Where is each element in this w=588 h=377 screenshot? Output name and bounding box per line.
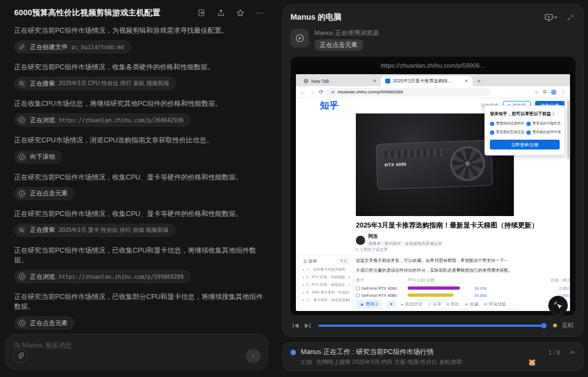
tool-call-pill[interactable]: 正在创建文件pc_build/todo.md <box>14 40 131 53</box>
feed-status-text: 正在研究当前PC组件市场情况，收集CPU、显卡等硬件的价格和性能数据。 <box>14 172 268 182</box>
message-composer[interactable]: 向 Manus 发送消息 ↑ <box>5 334 268 370</box>
feed-status-text: 正在收集CPU市场信息，将继续研究其他PC组件的价格和性能数据。 <box>14 99 268 109</box>
action-heart[interactable]: ♥喜欢 <box>447 301 459 307</box>
attach-button[interactable] <box>13 349 28 363</box>
action-comment[interactable]: ●添加评论 <box>401 301 422 307</box>
search-icon <box>17 226 26 235</box>
toc-item[interactable]: 一、各档显卡性能天梯图 <box>302 267 350 272</box>
toc-collapse-button[interactable]: 收起 <box>337 258 350 264</box>
tool-label: 正在浏览 <box>30 116 55 124</box>
display-selector[interactable] <box>544 13 558 22</box>
tool-call-pill[interactable]: 正在浏览https://zhuanlan.zhihu.com/p/2686429… <box>14 113 191 127</box>
tool-call-pill[interactable]: 正在搜索2025年3月 CPU 性价比 排行 装机 视频剪辑 <box>14 77 176 90</box>
checkbox-icon[interactable] <box>356 294 360 297</box>
tool-label: 正在搜索 <box>30 226 55 234</box>
action-star[interactable]: ★收藏 <box>465 301 478 307</box>
computer-status-line: Manus 正在使用浏览器 <box>314 29 379 37</box>
feed-status-text: 正在研究当前PC组件市场情况，已收集CPU和显卡信息，将继续收集其他组件数据。 <box>14 246 268 265</box>
bookmark-star-icon[interactable]: ☆ <box>534 89 538 95</box>
toc-item[interactable]: 3、AMD 显卡系列：中端长青… <box>302 290 350 295</box>
star-icon[interactable] <box>235 8 245 18</box>
paperclip-icon <box>17 352 24 360</box>
upvote-button[interactable]: ▲ 赞同 2 <box>356 300 382 309</box>
gpu-score[interactable]: 34,888 <box>474 293 505 298</box>
browser-menu-icon[interactable]: ⋮ <box>561 89 566 95</box>
tab-new-tab[interactable]: New Tab ✕ <box>299 76 381 86</box>
gpu-fan <box>450 146 486 182</box>
timeline-slider[interactable] <box>318 325 546 327</box>
close-tab-icon[interactable]: ✕ <box>373 79 377 83</box>
browser-icon <box>17 319 26 327</box>
upvotes-note: 2 人赞同了该文章 <box>356 247 388 253</box>
chevron-up-icon[interactable] <box>569 350 575 355</box>
benefit-icon <box>526 122 531 126</box>
page-favicon <box>385 79 390 83</box>
more-icon[interactable]: ⋯ <box>255 8 265 18</box>
article-title: 2025年3月显卡推荐选购指南！最新显卡天梯图（持续更新） <box>356 221 561 230</box>
forward-icon[interactable]: → <box>310 89 315 95</box>
star-icon: ★ <box>465 302 468 307</box>
task-status-card[interactable]: Manus 正在工作 : 研究当前PC组件市场行情 1 / 8 3:30 在网络… <box>282 342 584 371</box>
toc-title: 目录 <box>308 258 317 264</box>
manus-app: 6000预算高性价比视频剪辑游戏主机配置 ⋯ <box>0 0 588 377</box>
more-icon[interactable]: ⋯ <box>512 302 516 307</box>
task-progress-dot <box>290 350 296 355</box>
author-name[interactable]: 阿浩 <box>368 234 442 240</box>
gpu-score[interactable]: 38,458 <box>474 286 505 291</box>
cursor-spark-icon <box>554 301 562 310</box>
browser-icon <box>17 189 26 198</box>
close-tab-icon[interactable]: ✕ <box>464 79 468 83</box>
page-scrollbar[interactable] <box>567 100 569 159</box>
bullet-dot <box>302 292 304 294</box>
back-icon[interactable]: ← <box>300 89 306 95</box>
tab-article[interactable]: 2025年3月显卡推荐选购指… ✕ <box>381 76 472 86</box>
action-share[interactable]: ⇗分享 <box>428 301 441 307</box>
login-benefit-item: 更深度的互动交流 <box>490 130 524 135</box>
profile-avatar[interactable] <box>551 89 556 95</box>
action-repost[interactable]: ⇄申请转载 <box>484 301 506 307</box>
extensions-icon[interactable]: ⧉ <box>543 89 547 95</box>
tool-call-pill[interactable]: 正在搜索2025年3月 显卡 性价比 排行 游戏 视频剪辑 <box>14 224 175 237</box>
omnibox[interactable]: zhuanlan.zhihu.com/p/599869289 <box>327 88 490 96</box>
new-tab-button[interactable]: ＋ <box>476 77 482 86</box>
tool-label: 正在创建文件 <box>30 43 68 51</box>
tool-call-pill[interactable]: 向下滚动 <box>14 151 62 164</box>
score-bar <box>408 294 453 297</box>
login-benefit-item: 更专业的大咖答主 <box>526 121 561 126</box>
checkbox-icon[interactable] <box>356 286 360 290</box>
gpu-table-row: GeForce RTX 409038,4582,452.96 <box>356 285 570 292</box>
toc-item[interactable]: 1、RTX 50系：性能旗舰（高… <box>302 275 350 280</box>
login-cta-button[interactable]: 立即登录/注册 <box>490 140 560 149</box>
task-status-text: Manus 正在工作 : 研究当前PC组件市场行情 <box>301 348 544 357</box>
author-byline: 摄像师｜数码测评｜短视频电商直播运营 <box>368 241 442 247</box>
send-button[interactable]: ↑ <box>246 349 260 363</box>
toc-item[interactable]: 2、RTX 40系：游戏甜品，中… <box>302 283 350 288</box>
more-icon: ⋯ <box>512 302 516 307</box>
heart-icon: ♥ <box>447 302 449 306</box>
search-icon <box>17 79 26 88</box>
author-avatar[interactable] <box>356 236 365 245</box>
feed-status-text: 正在研究当前PC组件市场情况，收集各类硬件的价格和性能数据。 <box>14 62 268 72</box>
gpu-price[interactable]: 2,452.96 <box>505 286 570 291</box>
zhihu-logo[interactable]: 知乎 <box>320 99 338 112</box>
toc-item[interactable]: 二、显卡推荐：按需求选购配置 <box>302 298 350 303</box>
tool-detail: pc_build/todo.md <box>71 44 124 50</box>
files-icon[interactable] <box>196 8 206 18</box>
chevron-down-icon <box>553 15 558 20</box>
author-row: 阿浩 摄像师｜数码测评｜短视频电商直播运营 <box>356 234 442 247</box>
task-detail-text: 在网络上搜索 2025年3月 内存 主板 电源 性价比 装机推荐 <box>316 358 462 366</box>
gpu-table-row: GeForce RTX 408034,8881,460.07 <box>356 292 570 299</box>
share-icon[interactable] <box>216 8 226 18</box>
tool-call-pill[interactable]: 正在浏览https://zhuanlan.zhihu.com/p/5998692… <box>14 270 191 283</box>
reload-icon[interactable]: ⟳ <box>319 89 323 95</box>
skip-to-start-icon[interactable] <box>292 322 299 329</box>
downvote-button[interactable]: ▼ <box>387 301 396 308</box>
mascot-emoji: 🐹 <box>528 358 536 366</box>
tool-call-pill[interactable]: 正在点击元素 <box>14 187 75 200</box>
timeline-knob[interactable] <box>541 323 547 328</box>
skip-to-end-icon[interactable] <box>304 322 311 329</box>
browser-screenshot: New Tab ✕ 2025年3月显卡推荐选购指… ✕ ＋ ← → <box>296 74 570 311</box>
comment-icon: ● <box>401 302 403 306</box>
collapse-panel-icon[interactable] <box>566 13 575 22</box>
tool-call-pill[interactable]: 正在点击元素 <box>14 316 75 330</box>
